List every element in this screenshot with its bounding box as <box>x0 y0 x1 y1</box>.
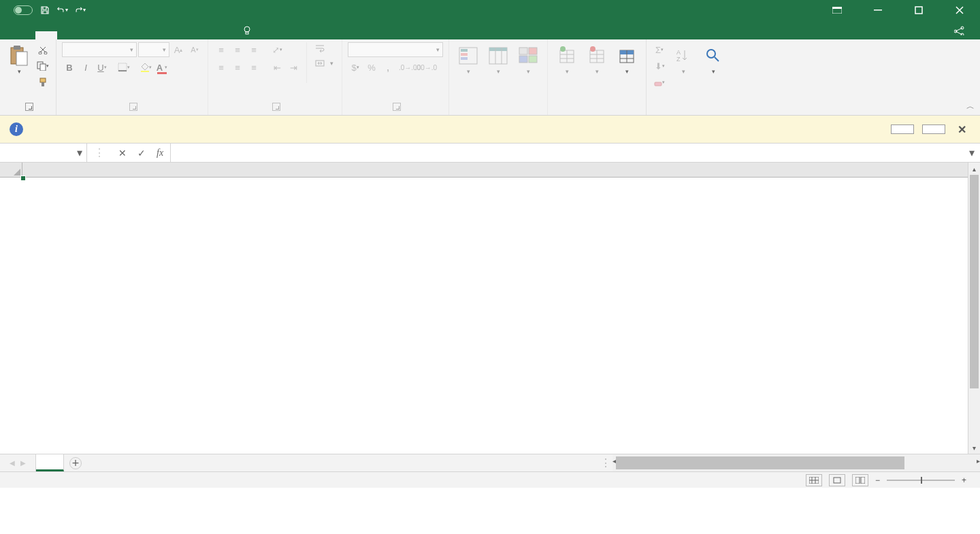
save-as-button[interactable] <box>922 124 945 134</box>
autosum-button[interactable]: Σ▾ <box>652 42 667 57</box>
add-sheet-button[interactable]: + <box>69 457 82 469</box>
align-right-button[interactable]: ≡ <box>246 60 261 75</box>
sheet-tab-active[interactable] <box>36 454 64 471</box>
increase-indent-button[interactable]: ⇥ <box>286 60 301 75</box>
save-icon[interactable] <box>39 5 50 16</box>
zoom-in-button[interactable]: + <box>962 475 966 485</box>
dont-show-again-button[interactable] <box>891 124 914 134</box>
number-dialog-launcher[interactable] <box>393 103 401 111</box>
decrease-decimal-button[interactable]: .00→.0 <box>419 60 434 75</box>
svg-rect-17 <box>42 82 44 86</box>
format-cells-button[interactable]: ▾ <box>613 42 640 78</box>
tab-formulas[interactable] <box>101 31 122 39</box>
zoom-out-button[interactable]: − <box>875 475 880 485</box>
format-table-button[interactable]: ▾ <box>485 42 512 78</box>
zoom-slider[interactable] <box>887 480 955 481</box>
merge-center-button[interactable]: ▾ <box>312 57 336 69</box>
scroll-up-button[interactable]: ▴ <box>968 163 980 175</box>
svg-rect-15 <box>40 64 46 71</box>
sheet-resize-grip[interactable]: ⋮ <box>599 454 612 471</box>
name-box-input[interactable] <box>0 148 73 158</box>
format-painter-button[interactable] <box>35 75 50 90</box>
name-box-dropdown[interactable]: ▾ <box>73 146 86 159</box>
font-dialog-launcher[interactable] <box>129 103 137 111</box>
tab-help[interactable] <box>188 31 210 39</box>
page-layout-view-button[interactable] <box>829 474 845 486</box>
ribbon-display-icon[interactable] <box>823 0 851 20</box>
close-icon[interactable] <box>946 0 973 20</box>
align-top-button[interactable]: ≡ <box>214 42 229 57</box>
page-break-view-button[interactable] <box>852 474 868 486</box>
normal-view-button[interactable] <box>806 474 822 486</box>
tab-home[interactable] <box>35 31 57 39</box>
name-box[interactable]: ▾ <box>0 144 87 162</box>
clipboard-dialog-launcher[interactable] <box>25 103 33 111</box>
tab-acrobat[interactable] <box>210 31 231 39</box>
clear-button[interactable]: ▾ <box>652 75 667 90</box>
font-color-button[interactable]: A▾ <box>154 60 169 75</box>
italic-button[interactable]: I <box>78 60 93 75</box>
redo-icon[interactable]: ▾ <box>75 5 86 16</box>
maximize-icon[interactable] <box>905 0 932 20</box>
tab-view[interactable] <box>166 31 188 39</box>
formula-enter-button[interactable]: ✓ <box>135 148 148 158</box>
increase-font-button[interactable]: A▴ <box>171 42 186 57</box>
number-format-dropdown[interactable]: ▾ <box>348 42 443 57</box>
percent-format-button[interactable]: % <box>364 60 379 75</box>
collapse-ribbon-button[interactable]: ︿ <box>966 101 975 112</box>
tab-file[interactable] <box>14 31 35 39</box>
format-cells-icon <box>616 45 638 67</box>
undo-icon[interactable]: ▾ <box>57 5 68 16</box>
find-select-button[interactable]: ▾ <box>700 42 727 78</box>
expand-formula-bar-button[interactable]: ▾ <box>964 144 980 162</box>
tab-review[interactable] <box>144 31 166 39</box>
cell-styles-button[interactable]: ▾ <box>514 42 542 78</box>
fill-button[interactable]: ⬇▾ <box>652 59 667 73</box>
underline-button[interactable]: U▾ <box>95 60 110 75</box>
minimize-icon[interactable] <box>864 0 892 20</box>
align-left-button[interactable]: ≡ <box>214 60 229 75</box>
tab-insert[interactable] <box>57 31 79 39</box>
insert-cells-button[interactable]: ▾ <box>553 42 581 78</box>
share-button[interactable] <box>943 22 980 39</box>
conditional-formatting-button[interactable]: ▾ <box>455 42 482 78</box>
vertical-scrollbar[interactable]: ▴ ▾ <box>968 163 980 454</box>
sort-filter-button[interactable]: AZ ▾ <box>670 42 697 78</box>
tab-data[interactable] <box>122 31 144 39</box>
horizontal-scrollbar[interactable]: ◂ ▸ <box>612 454 980 471</box>
align-center-button[interactable]: ≡ <box>230 60 245 75</box>
comma-format-button[interactable]: , <box>380 60 395 75</box>
autosave-toggle[interactable] <box>10 5 33 15</box>
align-middle-button[interactable]: ≡ <box>230 42 245 57</box>
sheet-nav[interactable]: ◀▶ <box>0 454 36 471</box>
select-all-button[interactable] <box>0 163 22 177</box>
scroll-thumb-vertical[interactable] <box>970 175 979 388</box>
font-name-dropdown[interactable]: ▾ <box>62 42 137 57</box>
insert-function-button[interactable]: fx <box>154 148 166 158</box>
decrease-indent-button[interactable]: ⇤ <box>270 60 284 75</box>
cut-button[interactable] <box>35 42 50 57</box>
svg-rect-1 <box>832 7 842 9</box>
formula-input[interactable] <box>171 144 964 162</box>
tell-me-search[interactable] <box>238 22 260 39</box>
paste-button[interactable]: ▾ <box>5 42 33 78</box>
tab-page-layout[interactable] <box>79 31 101 39</box>
font-size-dropdown[interactable]: ▾ <box>138 42 169 57</box>
warning-close-button[interactable]: ✕ <box>953 123 970 136</box>
bold-button[interactable]: B <box>62 60 77 75</box>
wrap-text-button[interactable] <box>312 42 336 54</box>
orientation-button[interactable]: ⤢▾ <box>270 42 284 57</box>
formula-cancel-button[interactable]: ✕ <box>116 148 129 158</box>
alignment-dialog-launcher[interactable] <box>272 103 280 111</box>
scroll-thumb-horizontal[interactable] <box>616 456 904 469</box>
align-bottom-button[interactable]: ≡ <box>246 42 261 57</box>
borders-button[interactable]: ▾ <box>116 60 131 75</box>
scroll-down-button[interactable]: ▾ <box>968 441 980 454</box>
accounting-format-button[interactable]: $▾ <box>348 60 363 75</box>
copy-button[interactable]: ▾ <box>35 59 50 73</box>
scroll-right-button[interactable]: ▸ <box>977 454 980 467</box>
fill-color-button[interactable]: ▾ <box>138 60 153 75</box>
delete-cells-button[interactable]: ▾ <box>583 42 610 78</box>
decrease-font-button[interactable]: A▾ <box>187 42 202 57</box>
group-clipboard: ▾ ▾ <box>0 39 56 115</box>
